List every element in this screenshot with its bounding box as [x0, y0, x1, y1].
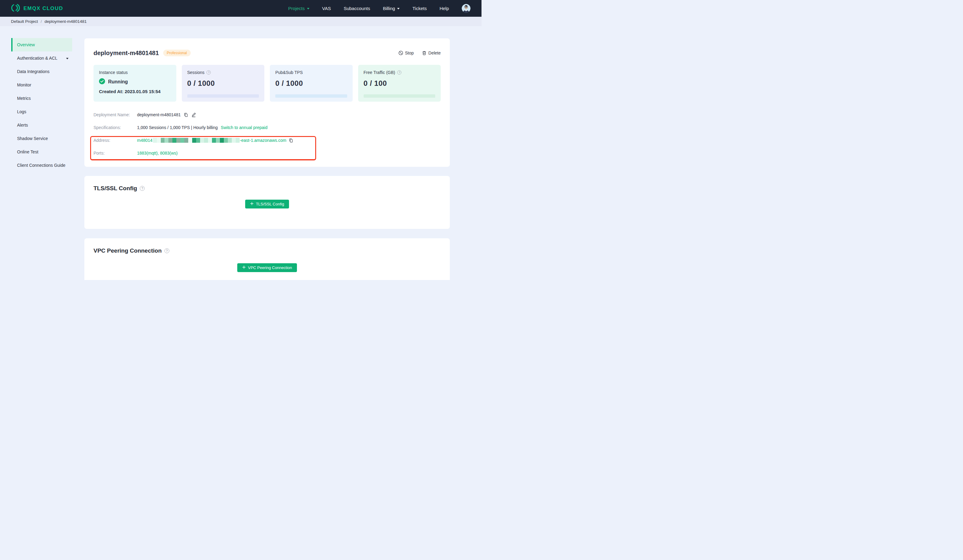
- add-vpc-peering-button[interactable]: VPC Peering Connection: [237, 263, 297, 272]
- ports-value: 1883(mqtt), 8083(ws): [137, 151, 178, 155]
- chevron-down-icon: [397, 8, 400, 10]
- copy-icon[interactable]: [184, 113, 188, 117]
- status-running: Running: [108, 79, 128, 84]
- top-navbar: EMQX CLOUD Projects VAS Subaccounts Bill…: [0, 0, 481, 17]
- nav-item-projects[interactable]: Projects: [288, 6, 309, 11]
- created-at: Created At: 2023.01.05 15:54: [99, 89, 171, 94]
- edit-pen-icon[interactable]: [191, 112, 196, 117]
- chevron-down-icon: [307, 8, 310, 10]
- chevron-down-icon: [66, 58, 68, 59]
- plus-icon: [250, 202, 254, 206]
- sidebar-item-alerts[interactable]: Alerts: [11, 118, 72, 132]
- deployment-details: Deployment Name: deployment-m4801481: [94, 108, 441, 159]
- help-icon[interactable]: [397, 70, 401, 74]
- tps-progress-bar: [275, 94, 347, 98]
- delete-button[interactable]: Delete: [422, 50, 441, 55]
- vpc-section-title: VPC Peering Connection: [94, 248, 162, 254]
- traffic-value: 0 / 100: [364, 79, 436, 87]
- detail-row-specifications: Specifications: 1,000 Sessions / 1,000 T…: [94, 121, 441, 134]
- trash-icon: [422, 50, 427, 55]
- switch-annual-prepaid-link[interactable]: Switch to annual prepaid: [221, 125, 268, 130]
- sidebar-item-shadow-service[interactable]: Shadow Service: [11, 132, 72, 145]
- sidebar-item-authentication-acl[interactable]: Authentication & ACL: [11, 52, 72, 65]
- detail-row-address: Address: m48014 -east-1.amazonaws.com: [94, 134, 441, 147]
- sidebar-item-online-test[interactable]: Online Test: [11, 145, 72, 159]
- nav-item-subaccounts[interactable]: Subaccounts: [344, 6, 370, 11]
- detail-row-ports: Ports: 1883(mqtt), 8083(ws): [94, 147, 441, 159]
- sidebar-item-data-integrations[interactable]: Data Integrations: [11, 65, 72, 78]
- breadcrumb: Default Project / deployment-m4801481: [0, 17, 481, 26]
- sidebar: Overview Authentication & ACL Data Integ…: [11, 38, 72, 172]
- sidebar-item-metrics[interactable]: Metrics: [11, 92, 72, 105]
- traffic-progress-bar: [364, 94, 436, 98]
- deployment-title: deployment-m4801481: [94, 50, 159, 57]
- help-icon[interactable]: [206, 70, 211, 74]
- help-icon[interactable]: [164, 248, 169, 253]
- stats-row: Instance status Running Created At: 2023…: [94, 65, 441, 102]
- user-avatar[interactable]: [462, 4, 470, 13]
- vpc-peering-card: VPC Peering Connection VPC Peering Conne…: [84, 238, 450, 280]
- nav-menu: Projects VAS Subaccounts Billing Tickets…: [288, 4, 470, 13]
- emqx-logo-icon: [10, 3, 20, 14]
- nav-item-billing[interactable]: Billing: [383, 6, 400, 11]
- breadcrumb-separator: /: [41, 19, 42, 24]
- sidebar-item-client-connections-guide[interactable]: Client Connections Guide: [11, 159, 72, 172]
- tls-section-title: TLS/SSL Config: [94, 185, 137, 192]
- nav-item-tickets[interactable]: Tickets: [412, 6, 427, 11]
- deployment-name-value: deployment-m4801481: [137, 112, 181, 117]
- help-icon[interactable]: [140, 186, 145, 191]
- emqx-cloud-logo[interactable]: EMQX CLOUD: [10, 3, 63, 14]
- stat-card-pubsub-tps: Pub&Sub TPS 0 / 1000: [270, 65, 353, 102]
- sidebar-item-monitor[interactable]: Monitor: [11, 78, 72, 92]
- sessions-progress-bar: [187, 94, 259, 98]
- detail-row-name: Deployment Name: deployment-m4801481: [94, 108, 441, 121]
- nav-item-vas[interactable]: VAS: [322, 6, 331, 11]
- logo-text: EMQX CLOUD: [23, 5, 63, 11]
- stat-card-instance-status: Instance status Running Created At: 2023…: [94, 65, 176, 102]
- plan-badge: Professional: [163, 50, 191, 56]
- breadcrumb-project[interactable]: Default Project: [11, 19, 38, 24]
- tps-value: 0 / 1000: [275, 79, 347, 87]
- address-redacted: [153, 138, 240, 143]
- main-content: deployment-m4801481 Professional Stop: [84, 38, 450, 280]
- add-tls-ssl-config-button[interactable]: TLS/SSL Config: [245, 200, 289, 209]
- copy-icon[interactable]: [289, 138, 293, 143]
- sidebar-item-logs[interactable]: Logs: [11, 105, 72, 118]
- sessions-value: 0 / 1000: [187, 79, 259, 87]
- deployment-overview-card: deployment-m4801481 Professional Stop: [84, 38, 450, 167]
- breadcrumb-deployment[interactable]: deployment-m4801481: [44, 19, 86, 24]
- nav-item-help[interactable]: Help: [439, 6, 449, 11]
- plus-icon: [242, 265, 246, 270]
- specifications-value: 1,000 Sessions / 1,000 TPS | Hourly bill…: [137, 125, 218, 130]
- stat-card-sessions: Sessions 0 / 1000: [182, 65, 265, 102]
- tls-ssl-config-card: TLS/SSL Config TLS/SSL Config: [84, 176, 450, 229]
- stop-icon: [398, 50, 403, 55]
- address-value: m48014 -east-1.amazonaws.com: [137, 138, 286, 143]
- stop-button[interactable]: Stop: [398, 50, 414, 55]
- check-circle-icon: [99, 78, 105, 86]
- sidebar-item-overview[interactable]: Overview: [11, 38, 72, 52]
- stat-card-free-traffic: Free Traffic (GB) 0 / 100: [358, 65, 441, 102]
